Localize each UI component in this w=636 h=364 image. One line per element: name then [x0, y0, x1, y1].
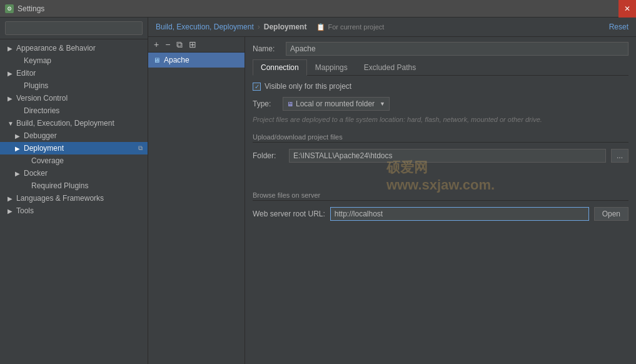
folder-row: Folder: ...: [253, 149, 628, 163]
server-list-panel: + − ⧉ ⊞ 🖥 Apache: [148, 37, 245, 364]
search-input[interactable]: [5, 21, 143, 35]
tabs-row: Connection Mappings Excluded Paths: [253, 59, 628, 76]
sidebar-item-editor[interactable]: ▶ Editor: [0, 67, 148, 79]
sidebar-item-label: Editor: [16, 69, 36, 78]
server-icon: 🖥: [153, 56, 160, 64]
sidebar-nav: ▶ Appearance & Behavior Keymap ▶ Editor …: [0, 39, 148, 364]
tab-connection[interactable]: Connection: [253, 59, 307, 76]
url-input[interactable]: [330, 207, 589, 221]
sidebar-item-coverage[interactable]: Coverage: [0, 154, 148, 167]
expand-arrow: ▶: [15, 145, 21, 152]
sidebar-item-label: Languages & Frameworks: [16, 194, 104, 203]
visible-checkbox[interactable]: ✓: [253, 83, 261, 91]
name-row: Name:: [253, 42, 628, 56]
sidebar-item-keymap[interactable]: Keymap: [0, 54, 148, 67]
sidebar-item-label: Version Control: [16, 94, 68, 103]
url-label: Web server root URL:: [253, 210, 325, 218]
folder-input[interactable]: [289, 149, 606, 163]
copy-server-button[interactable]: ⧉: [174, 39, 184, 49]
sidebar-item-required-plugins[interactable]: Required Plugins: [0, 179, 148, 192]
server-toolbar: + − ⧉ ⊞: [148, 37, 245, 53]
visible-checkbox-row: ✓ Visible only for this project: [253, 79, 628, 93]
title-bar: ⚙ Settings ✕: [0, 0, 636, 18]
sidebar-item-tools[interactable]: ▶ Tools: [0, 205, 148, 217]
browse-folder-button[interactable]: ...: [611, 149, 628, 163]
breadcrumb: Build, Execution, Deployment › Deploymen…: [156, 23, 384, 31]
expand-arrow: ▶: [8, 70, 14, 77]
sidebar-item-docker[interactable]: ▶ Docker: [0, 167, 148, 179]
main-container: 🔍 ▶ Appearance & Behavior Keymap ▶ Edito…: [0, 18, 636, 364]
folder-label: Folder:: [253, 151, 284, 160]
add-server-button[interactable]: +: [152, 39, 161, 49]
project-icon: 📋: [316, 23, 325, 31]
open-button[interactable]: Open: [594, 207, 628, 221]
browse-server-label: Browse files on server: [253, 189, 628, 201]
type-label: Type:: [253, 99, 278, 108]
sidebar-item-label: Required Plugins: [31, 181, 88, 190]
visible-label: Visible only for this project: [265, 82, 351, 91]
url-row: Web server root URL: Open: [253, 207, 628, 221]
sidebar-item-appearance[interactable]: ▶ Appearance & Behavior: [0, 42, 148, 54]
expand-arrow: ▶: [15, 133, 21, 139]
sidebar-item-build-exec[interactable]: ▼ Build, Execution, Deployment: [0, 117, 148, 129]
breadcrumb-separator: ›: [258, 23, 260, 31]
tab-excluded-paths[interactable]: Excluded Paths: [356, 59, 424, 75]
window-title: Settings: [18, 4, 44, 13]
sidebar-item-label: Appearance & Behavior: [16, 44, 96, 53]
sidebar: 🔍 ▶ Appearance & Behavior Keymap ▶ Edito…: [0, 18, 148, 364]
sidebar-item-label: Build, Execution, Deployment: [16, 119, 114, 128]
breadcrumb-parent[interactable]: Build, Execution, Deployment: [156, 23, 254, 31]
sidebar-item-plugins[interactable]: Plugins: [0, 79, 148, 92]
close-button[interactable]: ✕: [618, 0, 636, 18]
sidebar-item-version-control[interactable]: ▶ Version Control: [0, 92, 148, 104]
right-panel: Build, Execution, Deployment › Deploymen…: [148, 18, 636, 364]
sidebar-item-label: Plugins: [24, 81, 48, 90]
move-server-button[interactable]: ⊞: [187, 39, 198, 49]
expand-arrow: ▶: [8, 208, 14, 215]
settings-panel: Name: Connection Mappings Excluded Paths…: [245, 37, 636, 364]
sidebar-item-label: Docker: [24, 169, 48, 178]
for-project-label: 📋 For current project: [316, 23, 384, 31]
server-name: Apache: [164, 56, 189, 64]
type-row: Type: 🖥 Local or mounted folder ▼: [253, 97, 628, 111]
sidebar-item-label: Debugger: [24, 131, 57, 140]
dropdown-arrow-icon: ▼: [380, 101, 385, 107]
expand-arrow: ▶: [15, 170, 21, 177]
app-icon: ⚙: [5, 4, 14, 13]
search-bar: 🔍: [0, 18, 148, 39]
folder-icon: 🖥: [287, 101, 293, 108]
breadcrumb-current: Deployment: [264, 23, 307, 31]
name-label: Name:: [253, 44, 281, 53]
sidebar-item-languages[interactable]: ▶ Languages & Frameworks: [0, 192, 148, 205]
type-select[interactable]: 🖥 Local or mounted folder ▼: [283, 97, 390, 111]
name-input[interactable]: [286, 42, 628, 56]
hint-text: Project files are deployed to a file sys…: [253, 114, 628, 127]
sidebar-item-label: Keymap: [24, 56, 51, 65]
expand-arrow: ▼: [8, 120, 14, 127]
tab-mappings[interactable]: Mappings: [307, 59, 356, 75]
expand-arrow: ▶: [8, 195, 14, 202]
server-list-item[interactable]: 🖥 Apache: [148, 53, 245, 68]
sidebar-item-debugger[interactable]: ▶ Debugger: [0, 129, 148, 142]
breadcrumb-bar: Build, Execution, Deployment › Deploymen…: [148, 18, 636, 37]
expand-arrow: ▶: [8, 95, 14, 102]
sidebar-item-label: Directories: [24, 106, 59, 115]
upload-section-label: Upload/download project files: [253, 131, 628, 143]
reset-button[interactable]: Reset: [609, 23, 628, 31]
copy-icon: ⧉: [138, 144, 143, 152]
watermark-area: 硕爱网 www.sxjaw.com.: [253, 166, 628, 185]
sidebar-item-label: Coverage: [31, 156, 64, 165]
content-area: + − ⧉ ⊞ 🖥 Apache Name:: [148, 37, 636, 364]
expand-arrow: ▶: [8, 45, 14, 52]
watermark-text: 硕爱网 www.sxjaw.com.: [386, 158, 495, 193]
sidebar-item-deployment[interactable]: ▶ Deployment ⧉: [0, 142, 148, 154]
sidebar-item-label: Deployment: [24, 144, 64, 153]
sidebar-item-label: Tools: [16, 206, 34, 215]
type-value: Local or mounted folder: [296, 99, 375, 108]
remove-server-button[interactable]: −: [163, 39, 172, 49]
sidebar-item-directories[interactable]: Directories: [0, 104, 148, 117]
